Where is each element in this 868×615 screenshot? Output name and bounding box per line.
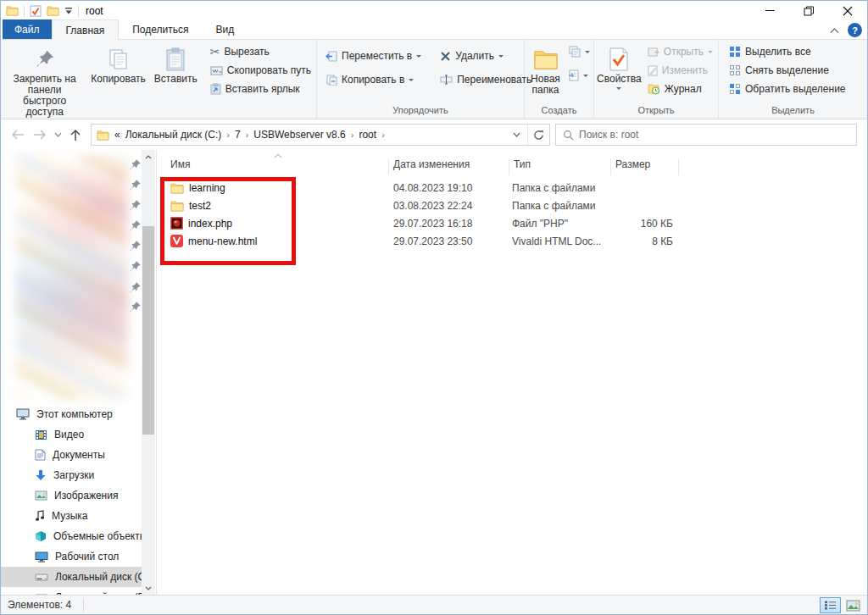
pictures-icon xyxy=(35,490,47,501)
copy-button[interactable]: Копировать xyxy=(86,42,150,85)
file-name: test2 xyxy=(189,200,211,212)
scroll-down-icon[interactable] xyxy=(142,581,155,595)
copy-path-button[interactable]: Скопировать путь xyxy=(207,61,314,80)
main-area: Этот компьютер Видео Документы xyxy=(1,150,867,595)
pin-icon[interactable] xyxy=(129,179,142,191)
pin-icon[interactable] xyxy=(129,219,142,232)
sidebar-item-desktop[interactable]: Рабочий стол xyxy=(1,546,156,567)
cut-icon: ✂ xyxy=(210,45,220,58)
sidebar-item-music[interactable]: Музыка xyxy=(1,506,156,526)
sidebar-item-local-disk-d[interactable]: Локальный диск (D:) xyxy=(1,587,156,595)
sidebar-item-local-disk-c[interactable]: Локальный диск (C:) xyxy=(1,567,142,587)
pin-to-quick-access-button[interactable]: Закрепить на панели быстрого доступа xyxy=(3,42,86,118)
sidebar-item-video[interactable]: Видео xyxy=(1,424,156,445)
back-button[interactable] xyxy=(8,125,28,145)
address-dropdown-icon[interactable] xyxy=(505,125,527,145)
sidebar-item-downloads[interactable]: Загрузки xyxy=(1,465,156,485)
tab-view-label: Вид xyxy=(215,24,234,36)
column-header-name[interactable]: Имя xyxy=(170,158,389,175)
file-row[interactable]: index.php 29.07.2023 16:18 Файл "PHP" 16… xyxy=(158,214,867,232)
edit-button[interactable]: Изменить xyxy=(644,61,716,80)
breadcrumb-separator[interactable]: › xyxy=(246,130,249,140)
column-headers: Имя Дата изменения Тип Размер xyxy=(158,150,867,175)
tab-view[interactable]: Вид xyxy=(202,19,248,39)
copy-to-button[interactable]: Копировать в xyxy=(322,70,425,89)
properties-check-icon[interactable] xyxy=(30,5,42,17)
help-icon[interactable]: ? xyxy=(848,23,862,37)
breadcrumb-prefix[interactable]: « xyxy=(114,129,120,141)
pin-icon[interactable] xyxy=(129,260,142,273)
breadcrumb-segment[interactable]: 7 xyxy=(235,129,241,141)
sidebar-item-label: Документы xyxy=(53,449,105,461)
dropdown-arrow-icon xyxy=(616,87,621,92)
paste-shortcut-icon xyxy=(210,83,221,95)
sidebar-item-pictures[interactable]: Изображения xyxy=(1,485,156,506)
sidebar-item-3d-objects[interactable]: Объемные объекты xyxy=(1,526,156,546)
address-bar[interactable]: « Локальный диск (C:) › 7 › USBWebserver… xyxy=(91,124,550,146)
pin-icon[interactable] xyxy=(129,281,142,294)
pin-icon[interactable] xyxy=(129,199,142,212)
scroll-up-icon[interactable] xyxy=(142,150,155,163)
rename-button[interactable]: Переименовать xyxy=(437,70,535,89)
recent-locations-icon[interactable] xyxy=(52,125,64,145)
forward-button[interactable] xyxy=(30,125,50,145)
sidebar-item-documents[interactable]: Документы xyxy=(1,445,156,465)
easy-access-button[interactable] xyxy=(566,66,592,85)
folder-icon[interactable] xyxy=(6,5,19,16)
breadcrumb-separator[interactable]: › xyxy=(381,130,385,140)
collapse-ribbon-icon[interactable] xyxy=(830,25,839,36)
invert-selection-button[interactable]: Обратить выделение xyxy=(726,80,849,98)
paste-shortcut-button[interactable]: Вставить ярлык xyxy=(207,80,314,98)
properties-button[interactable]: Свойства xyxy=(596,42,643,92)
select-all-button[interactable]: Выделить все xyxy=(726,42,849,61)
history-button[interactable]: Журнал xyxy=(644,80,716,98)
pin-icon[interactable] xyxy=(129,158,142,171)
large-icons-view-button[interactable] xyxy=(843,597,864,613)
ribbon-group-open: Свойства Открыть Из xyxy=(594,40,719,119)
breadcrumb-separator[interactable]: › xyxy=(351,130,354,140)
search-input[interactable] xyxy=(574,129,856,141)
column-header-date[interactable]: Дата изменения xyxy=(389,158,509,175)
sidebar-scrollbar[interactable] xyxy=(142,150,155,595)
copy-to-icon xyxy=(326,75,337,86)
file-row[interactable]: learning 04.08.2023 19:10 Папка с файлам… xyxy=(158,179,867,197)
pin-icon[interactable] xyxy=(129,301,142,313)
column-header-size[interactable]: Размер xyxy=(611,158,679,175)
column-header-type[interactable]: Тип xyxy=(509,158,611,175)
open-button[interactable]: Открыть xyxy=(644,42,716,61)
delete-button[interactable]: Удалить xyxy=(437,47,535,65)
paste-button[interactable]: Вставить xyxy=(150,42,202,85)
refresh-icon[interactable] xyxy=(527,125,549,145)
file-row[interactable]: test2 03.08.2023 22:24 Папка с файлами xyxy=(158,197,867,214)
deselect-icon xyxy=(729,64,741,76)
breadcrumb-separator[interactable]: › xyxy=(226,130,230,140)
breadcrumb-segment[interactable]: Локальный диск (C:) xyxy=(125,129,222,141)
move-to-button[interactable]: Переместить в xyxy=(322,47,425,65)
status-bar: Элементов: 4 xyxy=(1,595,867,614)
minimize-button[interactable] xyxy=(750,1,789,20)
deselect-button[interactable]: Снять выделение xyxy=(726,61,849,80)
documents-icon xyxy=(35,449,46,461)
cut-button[interactable]: ✂ Вырезать xyxy=(207,42,314,61)
tab-home[interactable]: Главная xyxy=(52,19,120,40)
window-title: root xyxy=(86,5,103,17)
new-folder-button[interactable]: Новая папка xyxy=(526,42,565,96)
details-view-button[interactable] xyxy=(820,597,841,613)
customize-quick-access-icon[interactable] xyxy=(64,7,73,14)
folder-icon[interactable] xyxy=(47,5,59,16)
sidebar-item-this-pc[interactable]: Этот компьютер xyxy=(1,404,156,424)
file-row[interactable]: menu-new.html 29.07.2023 23:50 Vivaldi H… xyxy=(158,232,867,250)
restore-button[interactable] xyxy=(789,1,828,20)
pin-icon[interactable] xyxy=(129,240,142,252)
breadcrumb-segment[interactable]: USBWebserver v8.6 xyxy=(253,129,346,141)
video-icon xyxy=(35,429,47,440)
up-button[interactable] xyxy=(65,125,86,145)
breadcrumb-segment[interactable]: root xyxy=(359,129,376,141)
new-item-button[interactable] xyxy=(566,42,592,61)
tab-share[interactable]: Поделиться xyxy=(119,19,202,39)
close-button[interactable] xyxy=(828,1,867,20)
tab-file[interactable]: Файл xyxy=(3,19,52,39)
navigation-pane: Этот компьютер Видео Документы xyxy=(1,150,157,595)
help-glyph: ? xyxy=(852,25,858,36)
scrollbar-thumb[interactable] xyxy=(142,226,154,435)
